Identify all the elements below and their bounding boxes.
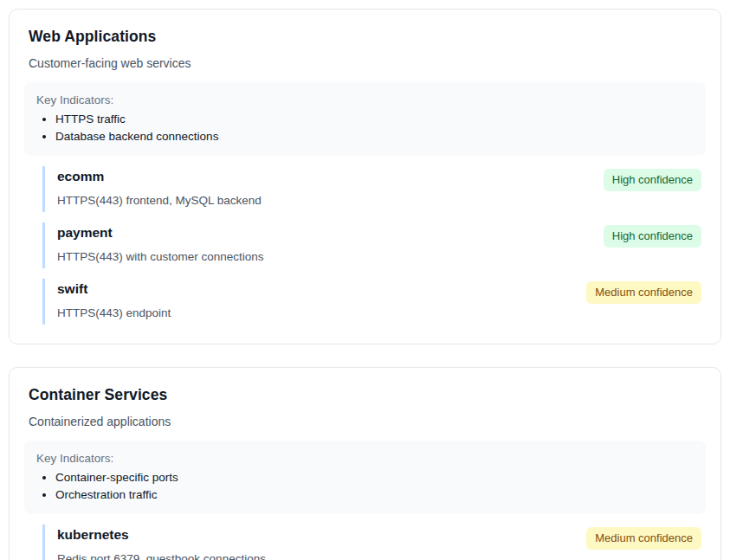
key-indicator: Database backend connections	[55, 128, 694, 145]
service-item: swift HTTPS(443) endpoint Medium confide…	[42, 279, 701, 325]
service-name: ecomm	[57, 168, 262, 185]
confidence-badge: Medium confidence	[586, 281, 701, 304]
key-indicator: HTTPS traffic	[55, 111, 694, 128]
key-indicators-list: Container-specific ports Orchestration t…	[36, 469, 694, 504]
category-title: Container Services	[29, 385, 701, 404]
category-list: Web Applications Customer-facing web ser…	[0, 0, 730, 560]
service-name: swift	[57, 280, 171, 298]
key-indicators-box: Key Indicators: Container-specific ports…	[24, 441, 706, 514]
confidence-badge: Medium confidence	[586, 527, 701, 550]
service-item-main: ecomm HTTPS(443) frontend, MySQL backend	[57, 168, 262, 209]
service-description: Redis port 6379, guestbook connections	[57, 551, 266, 560]
key-indicator: Container-specific ports	[55, 469, 694, 486]
category-card: Web Applications Customer-facing web ser…	[9, 9, 721, 344]
key-indicators-label: Key Indicators:	[36, 450, 694, 467]
service-item-main: payment HTTPS(443) with customer connect…	[57, 224, 264, 265]
key-indicator: Orchestration traffic	[55, 486, 694, 504]
service-description: HTTPS(443) frontend, MySQL backend	[57, 193, 262, 209]
service-description: HTTPS(443) endpoint	[57, 306, 171, 321]
service-items: kubernetes Redis port 6379, guestbook co…	[42, 525, 701, 560]
category-title: Web Applications	[29, 27, 701, 46]
service-item-main: swift HTTPS(443) endpoint	[57, 280, 171, 321]
service-item: payment HTTPS(443) with customer connect…	[42, 222, 701, 268]
service-item: ecomm HTTPS(443) frontend, MySQL backend…	[42, 166, 701, 212]
service-item-main: kubernetes Redis port 6379, guestbook co…	[57, 526, 266, 560]
confidence-badge: High confidence	[604, 169, 701, 191]
key-indicators-box: Key Indicators: HTTPS traffic Database b…	[24, 82, 706, 156]
key-indicators-label: Key Indicators:	[36, 92, 694, 108]
service-name: payment	[57, 224, 264, 241]
category-subtitle: Containerized applications	[29, 414, 701, 429]
category-card: Container Services Containerized applica…	[9, 367, 721, 560]
service-name: kubernetes	[57, 526, 266, 544]
confidence-badge: High confidence	[604, 225, 701, 248]
service-items: ecomm HTTPS(443) frontend, MySQL backend…	[42, 166, 701, 325]
service-description: HTTPS(443) with customer connections	[57, 249, 264, 265]
service-item: kubernetes Redis port 6379, guestbook co…	[42, 525, 701, 560]
category-subtitle: Customer-facing web services	[29, 55, 701, 71]
key-indicators-list: HTTPS traffic Database backend connectio…	[36, 111, 694, 145]
